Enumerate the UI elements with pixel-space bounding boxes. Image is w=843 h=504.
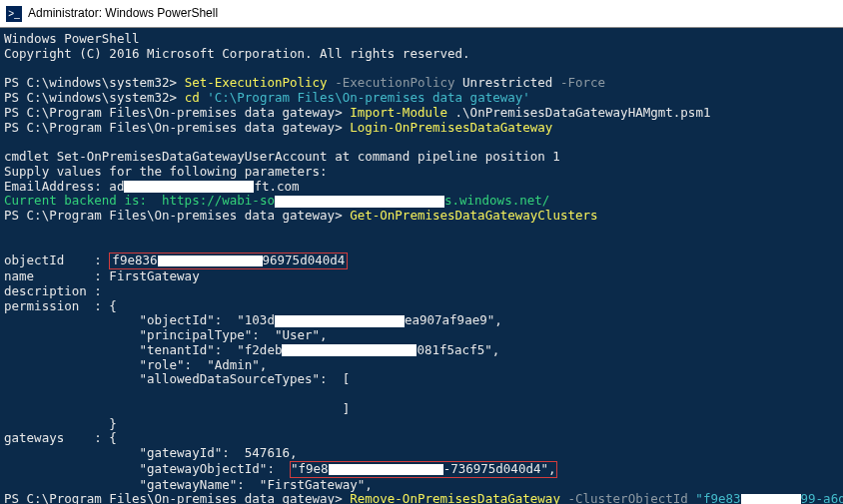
output-description: description : xyxy=(4,284,839,299)
pipeline1-line1: cmdlet Set-OnPremisesDataGatewayUserAcco… xyxy=(4,150,839,165)
output-perm-principaltype: "principalType": "User", xyxy=(4,328,839,343)
output-gateway-id: "gatewayId": 547616, xyxy=(4,446,839,461)
output-gateway-objectid: "gatewayObjectId": "f9e8-736975d040d4", xyxy=(4,461,839,478)
cmd-import-module: PS C:\Program Files\On-premises data gat… xyxy=(4,106,839,121)
cmd-set-execution-policy: PS C:\windows\system32> Set-ExecutionPol… xyxy=(4,76,839,91)
cmd-remove-gateway: PS C:\Program Files\On-premises data gat… xyxy=(4,492,839,504)
header-line-2: Copyright (C) 2016 Microsoft Corporation… xyxy=(4,47,839,62)
window-titlebar[interactable]: >_ Administrator: Windows PowerShell xyxy=(0,0,843,28)
window-title: Administrator: Windows PowerShell xyxy=(28,6,218,20)
powershell-icon: >_ xyxy=(6,6,22,22)
output-gateway-name: "gatewayName": "FirstGateway", xyxy=(4,478,839,493)
output-perm-objectid: "objectId": "103dea907af9ae9", xyxy=(4,313,839,328)
cmd-cd: PS C:\windows\system32> cd 'C:\Program F… xyxy=(4,91,839,106)
output-gateways-open: gateways : { xyxy=(4,431,839,446)
pipeline1-email: EmailAddress: adft.com xyxy=(4,180,839,195)
cmd-login: PS C:\Program Files\On-premises data gat… xyxy=(4,121,839,136)
output-perm-allowed: "allowedDataSourceTypes": [ xyxy=(4,372,839,387)
output-objectid: objectId : f9e83696975d040d4 xyxy=(4,252,839,269)
output-perm-role: "role": "Admin", xyxy=(4,358,839,373)
terminal[interactable]: Windows PowerShell Copyright (C) 2016 Mi… xyxy=(0,28,843,504)
cmd-get-clusters: PS C:\Program Files\On-premises data gat… xyxy=(4,209,839,224)
backend-line: Current backend is: https://wabi-sos.win… xyxy=(4,194,839,209)
output-permission-open: permission : { xyxy=(4,299,839,314)
output-perm-close-bracket: ] xyxy=(4,402,839,417)
output-name: name : FirstGateway xyxy=(4,269,839,284)
output-perm-tenantid: "tenantId": "f2deb081f5acf5", xyxy=(4,343,839,358)
output-perm-close-brace: } xyxy=(4,417,839,432)
pipeline1-line2: Supply values for the following paramete… xyxy=(4,165,839,180)
header-line-1: Windows PowerShell xyxy=(4,32,839,47)
